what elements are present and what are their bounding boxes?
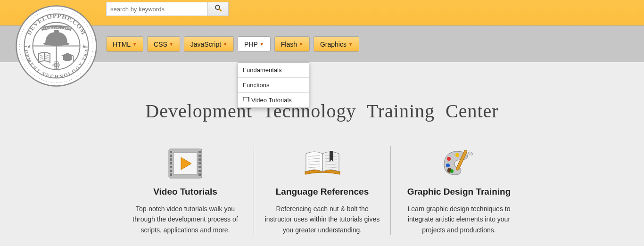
svg-point-25	[56, 65, 57, 66]
nav-html[interactable]: HTML▼	[106, 36, 143, 52]
svg-rect-32	[243, 99, 244, 100]
nav-graphics[interactable]: Graphics▼	[314, 36, 359, 52]
svg-text:★: ★	[82, 43, 86, 49]
caret-icon: ▼	[260, 42, 264, 47]
svg-rect-47	[198, 151, 201, 153]
svg-text:★: ★	[27, 43, 32, 49]
svg-rect-31	[243, 98, 244, 99]
feature-body: Top-notch video tutorials walk you throu…	[126, 204, 244, 235]
page-title: Development Technology Training Center	[0, 100, 644, 122]
nav-php[interactable]: PHP▼	[238, 36, 271, 52]
search-input[interactable]	[106, 2, 207, 16]
film-clip-icon	[126, 146, 244, 181]
nav-javascript[interactable]: JavaScript▼	[184, 36, 234, 52]
svg-point-67	[455, 153, 459, 157]
svg-rect-48	[198, 155, 201, 157]
feature-title: Language References	[264, 187, 381, 197]
nav-php-dropdown: Fundamentals Functions Video Tutorials	[238, 62, 309, 108]
main-content: Development Technology Training Center V…	[0, 62, 644, 235]
nav-flash[interactable]: Flash▼	[274, 36, 310, 52]
dropdown-fundamentals[interactable]: Fundamentals	[238, 63, 309, 78]
svg-rect-50	[198, 162, 201, 164]
svg-rect-33	[243, 101, 244, 101]
feature-graphic-design: Graphic Design Training Learn graphic de…	[390, 146, 527, 235]
svg-rect-43	[170, 162, 172, 164]
svg-line-27	[219, 9, 221, 11]
feature-body: Referencing each nut & bolt the instruct…	[264, 204, 381, 235]
caret-icon: ▼	[132, 42, 137, 47]
svg-rect-45	[170, 170, 172, 172]
svg-rect-37	[248, 101, 249, 101]
svg-rect-44	[170, 166, 172, 168]
svg-rect-53	[198, 173, 201, 176]
svg-rect-42	[170, 158, 172, 161]
svg-rect-49	[198, 158, 201, 161]
feature-title: Video Tutorials	[126, 187, 244, 197]
svg-rect-36	[248, 99, 249, 100]
dropdown-functions[interactable]: Functions	[238, 78, 309, 93]
svg-rect-46	[170, 173, 172, 176]
svg-rect-35	[248, 98, 249, 99]
svg-rect-52	[198, 170, 201, 172]
caret-icon: ▼	[299, 42, 303, 47]
search-button[interactable]	[207, 2, 229, 16]
svg-rect-29	[244, 97, 248, 102]
caret-icon: ▼	[223, 42, 227, 47]
caret-icon: ▼	[348, 42, 353, 47]
feature-video-tutorials: Video Tutorials Top-notch video tutorial…	[117, 146, 254, 235]
svg-point-69	[468, 151, 473, 156]
nav-css[interactable]: CSS▼	[147, 36, 180, 52]
svg-rect-40	[170, 151, 172, 153]
film-icon	[243, 97, 249, 104]
svg-point-21	[73, 60, 74, 62]
search-form	[106, 2, 229, 16]
svg-point-65	[446, 164, 450, 167]
dropdown-video-tutorials[interactable]: Video Tutorials	[238, 93, 309, 107]
svg-point-64	[447, 157, 451, 161]
feature-body: Learn graphic design techniques to integ…	[400, 204, 518, 235]
svg-rect-34	[248, 98, 249, 98]
svg-rect-51	[198, 166, 201, 168]
site-logo[interactable]: DEVELOPPHP.COM DEVELOPMENT TECHNOLOGY TR…	[15, 5, 98, 87]
search-icon	[215, 4, 222, 14]
caret-icon: ▼	[169, 42, 173, 47]
feature-title: Graphic Design Training	[400, 187, 518, 197]
svg-rect-41	[170, 155, 172, 157]
palette-brush-icon	[400, 146, 518, 181]
svg-point-11	[43, 42, 70, 46]
svg-text:ESTABLISHED  2008: ESTABLISHED 2008	[41, 26, 71, 29]
svg-rect-12	[54, 30, 59, 34]
open-book-icon	[264, 146, 381, 181]
svg-rect-30	[243, 98, 244, 98]
feature-language-references: Language References Referencing each nut…	[254, 146, 390, 235]
